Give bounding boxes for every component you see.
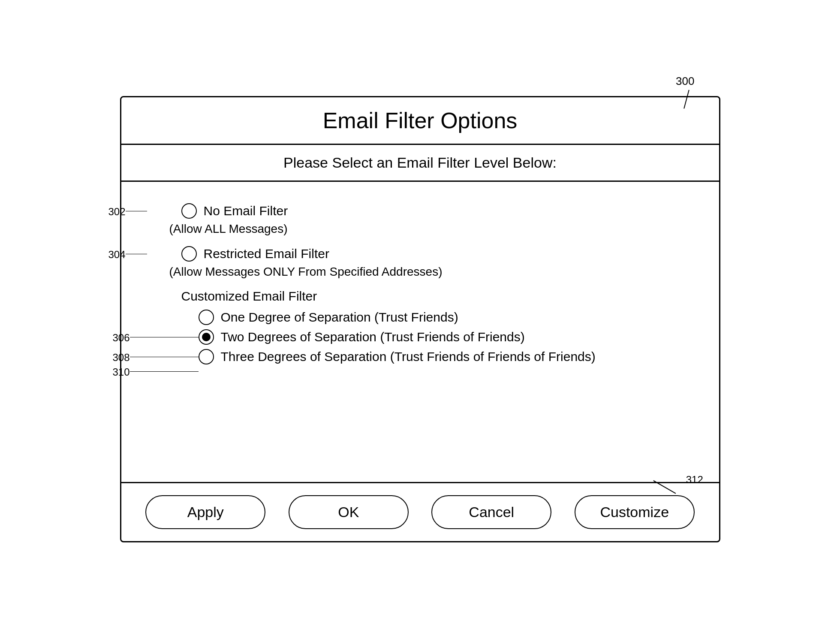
dialog-title: Email Filter Options — [323, 108, 518, 133]
restricted-filter-group: 304 Restricted Email Filter (Allow Messa… — [147, 246, 693, 279]
annotation-302: 302 — [108, 206, 126, 218]
annotation-312-line — [653, 480, 676, 494]
no-filter-radio[interactable] — [181, 203, 197, 219]
annotation-304: 304 — [108, 249, 126, 261]
dialog-footer: Apply OK Cancel 312 Customize — [121, 482, 719, 541]
one-degree-radio[interactable] — [199, 310, 214, 325]
customized-filter-section: Customized Email Filter One Degree of Se… — [147, 289, 693, 364]
annotation-306: 306 — [113, 332, 130, 344]
annotation-306-line — [130, 337, 199, 338]
dialog-title-section: Email Filter Options — [121, 97, 719, 145]
restricted-filter-label: Restricted Email Filter — [204, 247, 329, 261]
one-degree-row[interactable]: One Degree of Separation (Trust Friends) — [199, 310, 693, 325]
annotation-308-line — [130, 357, 199, 358]
no-filter-label: No Email Filter — [204, 204, 288, 218]
ok-button[interactable]: OK — [289, 495, 409, 529]
annotation-308: 308 — [113, 352, 130, 364]
no-filter-sublabel: (Allow ALL Messages) — [169, 222, 693, 236]
three-degree-row[interactable]: 308 310 Three Degrees of Separation (Tru… — [199, 349, 693, 364]
customize-button[interactable]: Customize — [575, 495, 695, 529]
restricted-filter-radio[interactable] — [181, 246, 197, 262]
dialog-body: 302 No Email Filter (Allow ALL Messages)… — [121, 182, 719, 482]
customized-options-group: One Degree of Separation (Trust Friends)… — [199, 310, 693, 364]
three-degree-label: Three Degrees of Separation (Trust Frien… — [221, 349, 596, 364]
annotation-300: 300 — [676, 75, 694, 88]
dialog-subtitle-section: Please Select an Email Filter Level Belo… — [121, 145, 719, 182]
restricted-filter-option-row[interactable]: Restricted Email Filter — [181, 246, 693, 262]
cancel-button[interactable]: Cancel — [431, 495, 551, 529]
three-degree-radio[interactable] — [199, 349, 214, 364]
two-degree-radio[interactable] — [199, 329, 214, 345]
page-wrapper: 300 Email Filter Options Please Select a… — [120, 96, 720, 542]
annotation-304-line — [126, 254, 147, 255]
no-filter-group: 302 No Email Filter (Allow ALL Messages) — [147, 203, 693, 236]
restricted-filter-sublabel: (Allow Messages ONLY From Specified Addr… — [169, 265, 693, 279]
dialog-box: Email Filter Options Please Select an Em… — [120, 96, 720, 542]
two-degree-row[interactable]: 306 Two Degrees of Separation (Trust Fri… — [199, 329, 693, 345]
customized-filter-title: Customized Email Filter — [181, 289, 693, 304]
one-degree-label: One Degree of Separation (Trust Friends) — [221, 310, 458, 325]
no-filter-option-row[interactable]: No Email Filter — [181, 203, 693, 219]
customize-btn-wrapper: 312 Customize — [575, 495, 695, 529]
dialog-subtitle: Please Select an Email Filter Level Belo… — [283, 154, 557, 171]
annotation-310-line — [130, 371, 199, 372]
annotation-312: 312 — [686, 474, 703, 486]
apply-button[interactable]: Apply — [145, 495, 265, 529]
two-degree-label: Two Degrees of Separation (Trust Friends… — [221, 330, 525, 344]
annotation-310: 310 — [113, 366, 130, 378]
annotation-302-line — [126, 211, 147, 212]
